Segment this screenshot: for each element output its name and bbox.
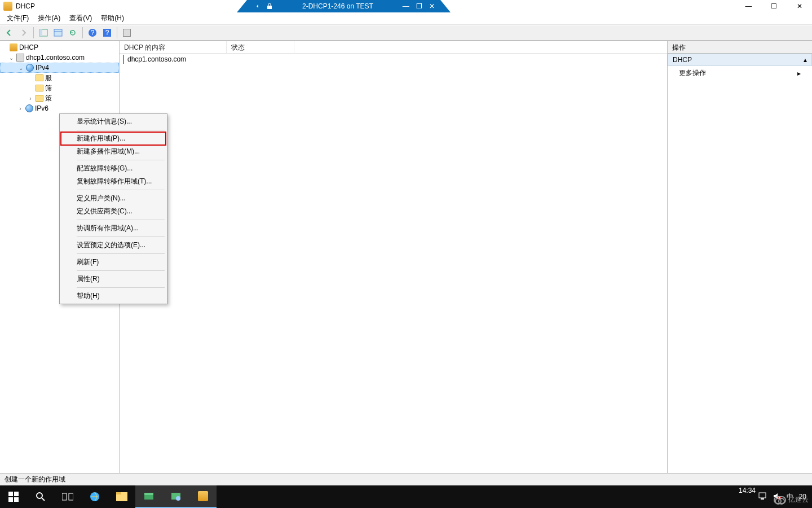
help-button[interactable]: ? bbox=[86, 27, 99, 39]
tree-ipv4-label: IPv4 bbox=[36, 64, 49, 72]
tree-root-dhcp[interactable]: DHCP bbox=[0, 42, 119, 52]
taskbar-dhcp[interactable] bbox=[189, 485, 217, 508]
tree-ipv6-label: IPv6 bbox=[35, 104, 48, 112]
window-buttons: — ☐ ✕ bbox=[736, 0, 812, 12]
actions-pane: 操作 DHCP ▴ 更多操作 ▸ bbox=[668, 41, 812, 473]
forward-button[interactable] bbox=[17, 27, 30, 39]
svg-rect-0 bbox=[267, 6, 272, 9]
tree-server-label: dhcp1.contoso.com bbox=[26, 54, 85, 62]
details-button[interactable] bbox=[51, 27, 65, 39]
svg-point-23 bbox=[176, 496, 180, 501]
context-menu: 显示统计信息(S)... 新建作用域(P)... 新建多播作用域(M)... 配… bbox=[59, 113, 167, 304]
list-col-content[interactable]: DHCP 的内容 bbox=[120, 41, 227, 53]
tree-server-node[interactable]: ⌄ dhcp1.contoso.com bbox=[0, 52, 119, 63]
tree-root-label: DHCP bbox=[19, 43, 38, 51]
ctx-refresh[interactable]: 刷新(F) bbox=[61, 256, 166, 269]
chevron-right-icon: ▸ bbox=[797, 69, 801, 77]
main-area: DHCP ⌄ dhcp1.contoso.com ⌄ IPv4 服 筛 › 策 … bbox=[0, 41, 812, 473]
ctx-define-vendor-classes[interactable]: 定义供应商类(C)... bbox=[61, 205, 166, 218]
svg-line-14 bbox=[42, 498, 45, 501]
tray-clock[interactable]: 14:34 bbox=[739, 487, 756, 494]
refresh-button[interactable] bbox=[66, 27, 80, 39]
tree-ipv4-child2[interactable]: 筛 bbox=[0, 83, 119, 93]
minimize-button[interactable]: — bbox=[736, 0, 761, 12]
conn-minimize-button[interactable]: — bbox=[403, 2, 409, 10]
pin-icon[interactable] bbox=[253, 3, 259, 10]
taskbar-explorer[interactable] bbox=[108, 485, 135, 508]
start-button[interactable] bbox=[0, 485, 27, 508]
task-view-button[interactable] bbox=[54, 485, 81, 508]
svg-rect-10 bbox=[14, 492, 19, 496]
list-col-status[interactable]: 状态 bbox=[227, 41, 294, 53]
svg-rect-2 bbox=[39, 29, 42, 36]
svg-rect-9 bbox=[8, 492, 13, 496]
ctx-show-statistics[interactable]: 显示统计信息(S)... bbox=[61, 115, 166, 128]
menu-file[interactable]: 文件(F) bbox=[3, 12, 32, 24]
maximize-button[interactable]: ☐ bbox=[761, 0, 787, 12]
svg-rect-21 bbox=[144, 493, 153, 495]
actions-section-dhcp[interactable]: DHCP ▴ bbox=[668, 54, 812, 66]
tree-ipv6-node[interactable]: › IPv6 bbox=[0, 103, 119, 113]
svg-text:?: ? bbox=[105, 29, 109, 37]
taskbar: 中 20 14:34 亿速云 bbox=[0, 485, 812, 508]
title-bar: DHCP 2-DHCP1-246 on TEST — ❐ ✕ — ☐ ✕ bbox=[0, 0, 812, 12]
watermark-text: 亿速云 bbox=[788, 495, 809, 505]
list-item-label: dhcp1.contoso.com bbox=[127, 55, 186, 63]
search-button[interactable] bbox=[27, 485, 54, 508]
lock-icon[interactable] bbox=[266, 3, 273, 10]
taskbar-server-manager[interactable] bbox=[135, 485, 162, 508]
svg-rect-3 bbox=[54, 29, 62, 36]
taskbar-ie[interactable] bbox=[81, 485, 108, 508]
ctx-configure-failover[interactable]: 配置故障转移(G)... bbox=[61, 162, 166, 175]
watermark-icon bbox=[774, 496, 786, 504]
svg-rect-16 bbox=[69, 493, 73, 500]
show-hide-tree-button[interactable] bbox=[37, 27, 50, 39]
tree-ipv4-child1[interactable]: 服 bbox=[0, 73, 119, 83]
ctx-new-multicast-scope[interactable]: 新建多播作用域(M)... bbox=[61, 145, 166, 158]
tree-ipv4-child3-label: 策 bbox=[45, 94, 52, 103]
help2-button[interactable]: ? bbox=[100, 27, 114, 39]
menu-help[interactable]: 帮助(H) bbox=[98, 12, 127, 24]
tree-ipv4-node[interactable]: ⌄ IPv4 bbox=[0, 63, 119, 73]
ctx-set-predefined-options[interactable]: 设置预定义的选项(E)... bbox=[61, 239, 166, 252]
svg-rect-12 bbox=[14, 497, 19, 502]
tree-ipv4-child3[interactable]: › 策 bbox=[0, 93, 119, 103]
collapse-icon: ▴ bbox=[804, 56, 807, 64]
server-option-button[interactable] bbox=[120, 27, 134, 39]
ctx-help[interactable]: 帮助(H) bbox=[61, 290, 166, 303]
ctx-properties[interactable]: 属性(R) bbox=[61, 273, 166, 286]
status-bar: 创建一个新的作用域 bbox=[0, 473, 812, 485]
tree-ipv4-child1-label: 服 bbox=[45, 73, 52, 83]
menu-action[interactable]: 操作(A) bbox=[34, 12, 64, 24]
app-title: DHCP bbox=[16, 2, 35, 10]
taskbar-app2[interactable] bbox=[162, 485, 189, 508]
svg-rect-11 bbox=[8, 497, 13, 502]
list-item[interactable]: dhcp1.contoso.com bbox=[120, 54, 667, 65]
app-icon bbox=[3, 2, 12, 11]
back-button[interactable] bbox=[2, 27, 16, 39]
ctx-define-user-classes[interactable]: 定义用户类(N)... bbox=[61, 192, 166, 205]
rdp-connection-tab: 2-DHCP1-246 on TEST — ❐ ✕ bbox=[237, 0, 451, 12]
list-pane: DHCP 的内容 状态 dhcp1.contoso.com bbox=[120, 41, 668, 473]
ctx-replicate-failover-scopes[interactable]: 复制故障转移作用域(T)... bbox=[61, 175, 166, 188]
watermark: 亿速云 bbox=[774, 495, 809, 505]
svg-point-13 bbox=[37, 493, 42, 498]
ctx-new-scope[interactable]: 新建作用域(P)... bbox=[61, 132, 166, 145]
connection-label: 2-DHCP1-246 on TEST bbox=[280, 2, 396, 10]
tray-network-icon[interactable] bbox=[758, 492, 767, 502]
menu-view[interactable]: 查看(V) bbox=[66, 12, 95, 24]
menu-bar: 文件(F) 操作(A) 查看(V) 帮助(H) bbox=[0, 12, 812, 25]
svg-rect-19 bbox=[116, 492, 121, 494]
svg-rect-15 bbox=[62, 493, 67, 500]
actions-more[interactable]: 更多操作 ▸ bbox=[668, 66, 812, 80]
toolbar: ? ? bbox=[0, 25, 812, 41]
ctx-reconcile-all-scopes[interactable]: 协调所有作用域(A)... bbox=[61, 222, 166, 235]
status-text: 创建一个新的作用域 bbox=[5, 475, 65, 484]
svg-text:?: ? bbox=[91, 29, 95, 37]
conn-close-button[interactable]: ✕ bbox=[429, 2, 435, 10]
svg-rect-25 bbox=[761, 498, 764, 500]
close-button[interactable]: ✕ bbox=[787, 0, 812, 12]
svg-rect-24 bbox=[759, 493, 766, 498]
tree-ipv4-child2-label: 筛 bbox=[45, 84, 52, 93]
conn-restore-button[interactable]: ❐ bbox=[416, 2, 422, 10]
